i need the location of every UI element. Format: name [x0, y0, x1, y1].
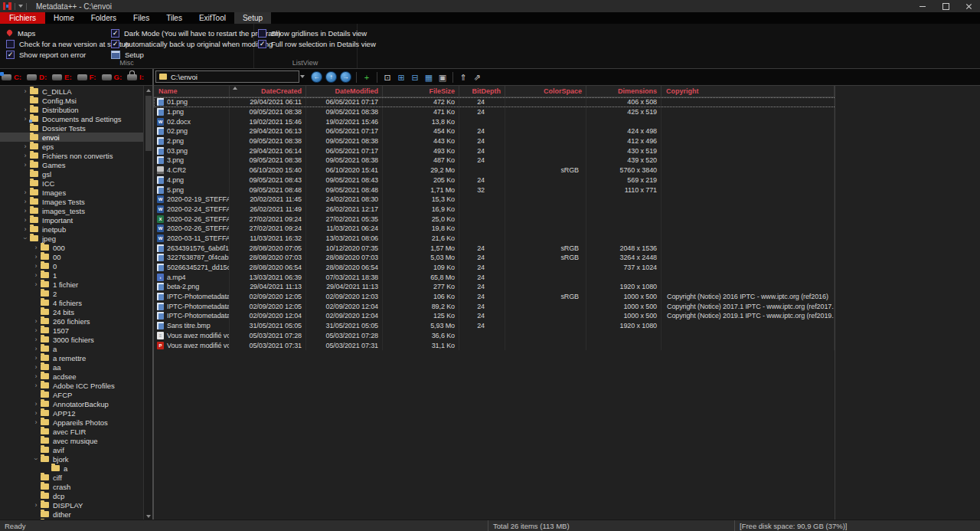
tab-folders[interactable]: Folders	[83, 12, 125, 24]
tree-item-a-remettre[interactable]: ›a remettre	[0, 353, 143, 362]
collapsed-chevron-icon[interactable]: ›	[21, 160, 30, 169]
collapsed-chevron-icon[interactable]: ›	[31, 326, 41, 335]
tree-item-games[interactable]: ›Games	[0, 160, 143, 169]
tree-item-important[interactable]: ›Important	[0, 215, 143, 225]
expanded-chevron-icon[interactable]: ›	[21, 234, 30, 243]
tree-item-inetpub[interactable]: ›inetpub	[0, 225, 143, 234]
back-button[interactable]: ←	[311, 71, 322, 83]
tree-item-fichiers-non-convertis[interactable]: ›Fichiers non convertis	[0, 151, 143, 160]
tree-item-images-tests[interactable]: ›images_tests	[0, 206, 143, 215]
tab-tiles[interactable]: Tiles	[158, 12, 191, 24]
pane-divider[interactable]	[152, 69, 154, 520]
tree-item-config-msi[interactable]: Config.Msi	[0, 96, 143, 105]
collapsed-chevron-icon[interactable]: ›	[31, 344, 41, 353]
checked-checkbox-icon[interactable]	[111, 29, 119, 38]
tree-item-annotatorbackup[interactable]: ›AnnotatorBackup	[0, 399, 143, 408]
column-header-colorspace[interactable]: ColorSpace	[505, 86, 586, 97]
drive-button-i[interactable]: I:	[127, 73, 144, 81]
tree-item-gsl[interactable]: gsl	[0, 169, 143, 179]
tree-item-envoi[interactable]: envoi	[0, 133, 143, 142]
thumbnails-view-button[interactable]: ▦	[423, 72, 434, 83]
column-header-dimensions[interactable]: Dimensions	[586, 86, 662, 97]
tree-item-appareils-photos[interactable]: ›Appareils Photos	[0, 418, 143, 427]
column-header-copyright[interactable]: Copyright	[662, 86, 835, 97]
tree-item-dither[interactable]: dither	[0, 510, 143, 519]
column-header-datecreated[interactable]: DateCreated	[230, 86, 306, 97]
tree-item-bjork[interactable]: ›bjork	[0, 454, 143, 464]
address-bar[interactable]: C:\envoi	[155, 70, 299, 83]
tree-item-distribution[interactable]: ›Distribution	[0, 105, 143, 114]
drive-button-g[interactable]: G:	[102, 73, 122, 81]
collapsed-chevron-icon[interactable]: ›	[21, 197, 30, 206]
collapsed-chevron-icon[interactable]: ›	[31, 261, 41, 270]
column-header-name[interactable]: Name	[154, 86, 230, 97]
collapsed-chevron-icon[interactable]: ›	[31, 418, 41, 427]
expanded-chevron-icon[interactable]: ›	[31, 454, 41, 464]
tree-item-000[interactable]: ›000	[0, 243, 143, 252]
close-button[interactable]	[957, 0, 980, 12]
checked-checkbox-icon[interactable]	[111, 40, 119, 48]
tree-item-acdsee[interactable]: ›acdsee	[0, 372, 143, 381]
tab-home[interactable]: Home	[45, 12, 83, 24]
collapsed-chevron-icon[interactable]: ›	[31, 270, 41, 280]
unchecked-checkbox-icon[interactable]	[258, 29, 266, 38]
collapsed-chevron-icon[interactable]: ›	[31, 399, 41, 408]
collapsed-chevron-icon[interactable]: ›	[21, 87, 30, 96]
forward-button[interactable]: →	[340, 71, 351, 83]
tree-item-app12[interactable]: ›APP12	[0, 408, 143, 418]
tree-item-1507[interactable]: ›1507	[0, 326, 143, 335]
scrollbar-thumb[interactable]	[145, 96, 152, 151]
tree-item-dossier-tests[interactable]: Dossier Tests	[0, 123, 143, 133]
add-button[interactable]: +	[361, 72, 372, 83]
quick-access-dropdown-icon[interactable]	[18, 5, 23, 8]
tree-item-3000-fichiers[interactable]: ›3000 fichiers	[0, 335, 143, 344]
collapsed-chevron-icon[interactable]: ›	[21, 151, 30, 160]
collapsed-chevron-icon[interactable]: ›	[21, 215, 30, 225]
tree-item-4-fichiers[interactable]: 4 fichiers	[0, 298, 143, 307]
tree-item-a[interactable]: ›a	[0, 344, 143, 353]
tree-item-avif[interactable]: avif	[0, 445, 143, 454]
tree-item-24-bits[interactable]: 24 bits	[0, 307, 143, 316]
tree-item-afcp[interactable]: AFCP	[0, 390, 143, 399]
tree-item-aa[interactable]: ›aa	[0, 362, 143, 372]
collapsed-chevron-icon[interactable]: ›	[31, 408, 41, 418]
address-dropdown-icon[interactable]	[298, 70, 307, 83]
tab-exiftool[interactable]: ExifTool	[191, 12, 234, 24]
tree-item-display[interactable]: ›DISPLAY	[0, 500, 143, 510]
checked-checkbox-icon[interactable]	[6, 51, 15, 59]
share-button[interactable]: ⇗	[472, 72, 482, 83]
app-logo-icon[interactable]	[3, 2, 11, 10]
tree-item-ciff[interactable]: ciff	[0, 473, 143, 482]
file-menu-button[interactable]: Fichiers	[0, 12, 45, 24]
tree-item-adobe-icc-profiles[interactable]: ›Adobe ICC Profiles	[0, 381, 143, 390]
tree-item-eps[interactable]: ›eps	[0, 142, 143, 151]
tree-item-avec-musique[interactable]: avec musique	[0, 436, 143, 445]
up-button[interactable]: ↑	[325, 71, 337, 83]
collapsed-chevron-icon[interactable]: ›	[21, 188, 30, 197]
collapsed-chevron-icon[interactable]: ›	[31, 372, 41, 381]
tree-item-images[interactable]: ›Images	[0, 188, 143, 197]
tree-item-icc[interactable]: ICC	[0, 179, 143, 188]
tree-item-dcp[interactable]: dcp	[0, 491, 143, 500]
tree-item-2[interactable]: 2	[0, 289, 143, 298]
copy-button[interactable]: ▣	[437, 72, 448, 83]
collapsed-chevron-icon[interactable]: ›	[21, 105, 30, 114]
tree-item-avec-flir[interactable]: avec FLIR	[0, 427, 143, 436]
collapsed-chevron-icon[interactable]: ›	[31, 500, 41, 510]
collapsed-chevron-icon[interactable]: ›	[31, 353, 41, 362]
tab-setup[interactable]: Setup	[234, 12, 271, 24]
collapsed-chevron-icon[interactable]: ›	[21, 225, 30, 234]
checked-checkbox-icon[interactable]	[258, 40, 266, 48]
collapse-all-button[interactable]: ⊟	[410, 72, 420, 83]
collapsed-chevron-icon[interactable]: ›	[31, 252, 41, 261]
tree-item-1-fichier[interactable]: ›1 fichier	[0, 280, 143, 289]
tab-files[interactable]: Files	[125, 12, 158, 24]
column-header-bitdepth[interactable]: BitDepth	[459, 86, 505, 97]
minimize-button[interactable]	[911, 0, 934, 12]
restore-button[interactable]	[934, 0, 957, 12]
drive-button-c[interactable]: C:	[2, 73, 21, 81]
collapsed-chevron-icon[interactable]: ›	[31, 316, 41, 326]
drive-button-e[interactable]: E:	[52, 73, 72, 81]
collapsed-chevron-icon[interactable]: ›	[31, 362, 41, 372]
drive-button-f[interactable]: F:	[77, 73, 96, 81]
